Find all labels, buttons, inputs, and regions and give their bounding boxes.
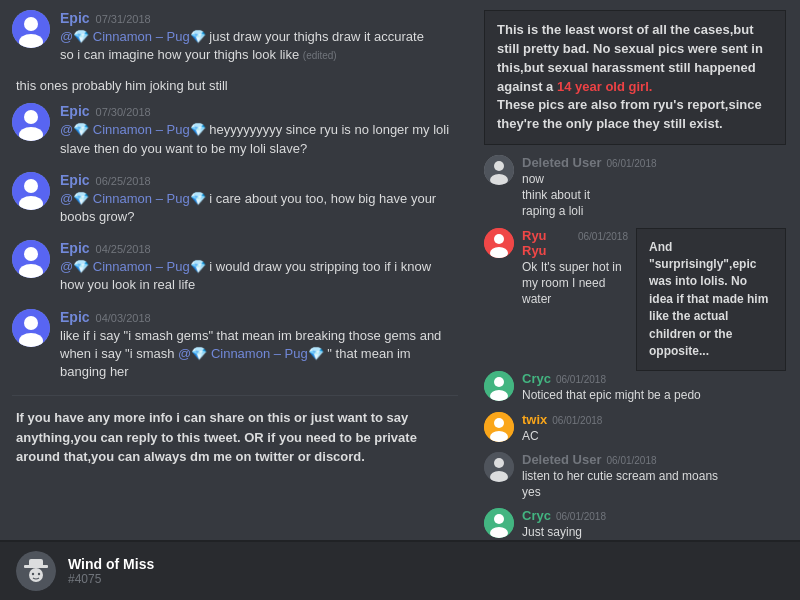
mention-2: @💎 Cinnamon – Pug💎 [60, 122, 206, 137]
message-group-4: Epic 04/25/2018 @💎 Cinnamon – Pug💎 i wou… [12, 240, 458, 294]
message-header-5: Epic 04/03/2018 [60, 309, 458, 325]
message-content-2: Epic 07/30/2018 @💎 Cinnamon – Pug💎 heyyy… [60, 103, 458, 157]
right-msg-2: Ryu Ryu 06/01/2018 Ok It's super hot in … [484, 228, 628, 364]
right-avatar-1 [484, 155, 514, 185]
username-epic-4: Epic [60, 240, 90, 256]
right-msg-header-2: Ryu Ryu 06/01/2018 [522, 228, 628, 258]
right-username-4: twix [522, 412, 547, 427]
annotation-red-text: 14 year old girl. [557, 79, 652, 94]
message-group-2: Epic 07/30/2018 @💎 Cinnamon – Pug💎 heyyy… [12, 103, 458, 157]
right-msg-content-4: twix 06/01/2018 AC [522, 412, 602, 444]
right-msg-3: Cryc 06/01/2018 Noticed that epic might … [484, 371, 786, 403]
annotation-box-2: And "surprisingly",epic was into lolis. … [636, 228, 786, 372]
username-epic-2: Epic [60, 103, 90, 119]
avatar [12, 10, 50, 48]
svg-point-1 [24, 17, 38, 31]
message-header-2: Epic 07/30/2018 [60, 103, 458, 119]
right-msg-header-5: Deleted User 06/01/2018 [522, 452, 718, 467]
username-epic: Epic [60, 10, 90, 26]
message-text-6: like if i say "i smash gems" that mean i… [60, 327, 458, 382]
chat-area: Epic 07/31/2018 @💎 Cinnamon – Pug💎 just … [0, 0, 470, 530]
right-username-3: Cryc [522, 371, 551, 386]
right-msg-header-3: Cryc 06/01/2018 [522, 371, 701, 386]
message-group-3: Epic 06/25/2018 @💎 Cinnamon – Pug💎 i car… [12, 172, 458, 226]
svg-rect-38 [29, 559, 43, 567]
message-group: Epic 07/31/2018 @💎 Cinnamon – Pug💎 just … [12, 10, 458, 64]
message-content-4: Epic 04/25/2018 @💎 Cinnamon – Pug💎 i wou… [60, 240, 458, 294]
message-text-4: @💎 Cinnamon – Pug💎 i care about you too,… [60, 190, 458, 226]
svg-point-41 [38, 573, 40, 575]
svg-point-25 [494, 418, 504, 428]
right-avatar-5 [484, 452, 514, 482]
svg-point-31 [494, 514, 504, 524]
edited-label: (edited) [303, 50, 337, 61]
message-content: Epic 07/31/2018 @💎 Cinnamon – Pug💎 just … [60, 10, 458, 64]
right-avatar-3 [484, 371, 514, 401]
right-avatar-4 [484, 412, 514, 442]
message-header-4: Epic 04/25/2018 [60, 240, 458, 256]
svg-point-19 [494, 234, 504, 244]
mention-4: @💎 Cinnamon – Pug💎 [60, 259, 206, 274]
separator [12, 395, 458, 396]
right-msg-text-5: listen to her cutie scream and moansyes [522, 468, 718, 500]
avatar-5 [12, 309, 50, 347]
right-timestamp-2: 06/01/2018 [578, 231, 628, 242]
bottom-username: Wind of Miss [68, 556, 154, 572]
inline-note: this ones probably him joking but still [12, 78, 458, 93]
annotation-text-2: And "surprisingly",epic was into lolis. … [649, 240, 768, 358]
message-group-5: Epic 04/03/2018 like if i say "i smash g… [12, 309, 458, 382]
right-msg-text-6: Just saying [522, 524, 606, 540]
right-timestamp-1: 06/01/2018 [606, 158, 656, 169]
message-text-3: @💎 Cinnamon – Pug💎 heyyyyyyyyy since ryu… [60, 121, 458, 157]
annotation-text-cont: These pics are also from ryu's report,si… [497, 97, 762, 131]
mention-3: @💎 Cinnamon – Pug💎 [60, 191, 206, 206]
bottom-avatar [16, 551, 56, 591]
message-content-3: Epic 06/25/2018 @💎 Cinnamon – Pug💎 i car… [60, 172, 458, 226]
right-username-6: Cryc [522, 508, 551, 523]
right-username-1: Deleted User [522, 155, 601, 170]
svg-point-7 [24, 179, 38, 193]
message-text: @💎 Cinnamon – Pug💎 just draw your thighs… [60, 28, 458, 46]
timestamp-3: 06/25/2018 [96, 175, 151, 187]
svg-point-10 [24, 247, 38, 261]
bottom-bar: Wind of Miss #4075 [0, 540, 800, 600]
right-msg-text-3: Noticed that epic might be a pedo [522, 387, 701, 403]
right-msg-6: Cryc 06/01/2018 Just saying [484, 508, 786, 540]
timestamp-5: 04/03/2018 [96, 312, 151, 324]
mention: @💎 Cinnamon – Pug💎 [60, 29, 206, 44]
avatar-2 [12, 103, 50, 141]
right-msg-content-2: Ryu Ryu 06/01/2018 Ok It's super hot in … [522, 228, 628, 308]
message-text-2: so i can imagine how your thighs look li… [60, 46, 458, 64]
timestamp: 07/31/2018 [96, 13, 151, 25]
footer-note: If you have any more info i can share on… [12, 400, 458, 475]
svg-point-4 [24, 110, 38, 124]
right-avatar-6 [484, 508, 514, 538]
username-epic-5: Epic [60, 309, 90, 325]
right-timestamp-5: 06/01/2018 [606, 455, 656, 466]
right-timestamp-4: 06/01/2018 [552, 415, 602, 426]
username-epic-3: Epic [60, 172, 90, 188]
message-header: Epic 07/31/2018 [60, 10, 458, 26]
avatar-4 [12, 240, 50, 278]
right-avatar-2 [484, 228, 514, 258]
timestamp-2: 07/30/2018 [96, 106, 151, 118]
message-text-5: @💎 Cinnamon – Pug💎 i would draw you stri… [60, 258, 458, 294]
svg-point-28 [494, 458, 504, 468]
svg-point-16 [494, 161, 504, 171]
svg-point-13 [24, 316, 38, 330]
right-msg-1: Deleted User 06/01/2018 nowthink about i… [484, 155, 786, 220]
right-msg-header-6: Cryc 06/01/2018 [522, 508, 606, 523]
message-header-3: Epic 06/25/2018 [60, 172, 458, 188]
right-msg-header-1: Deleted User 06/01/2018 [522, 155, 657, 170]
right-username-5: Deleted User [522, 452, 601, 467]
right-msg-text-4: AC [522, 428, 602, 444]
annotation-box-1: This is the least worst of all the cases… [484, 10, 786, 145]
timestamp-4: 04/25/2018 [96, 243, 151, 255]
right-msg-5: Deleted User 06/01/2018 listen to her cu… [484, 452, 786, 500]
right-timestamp-6: 06/01/2018 [556, 511, 606, 522]
right-msg-content-3: Cryc 06/01/2018 Noticed that epic might … [522, 371, 701, 403]
right-msg-header-4: twix 06/01/2018 [522, 412, 602, 427]
avatar-3 [12, 172, 50, 210]
message-content-5: Epic 04/03/2018 like if i say "i smash g… [60, 309, 458, 382]
right-timestamp-3: 06/01/2018 [556, 374, 606, 385]
